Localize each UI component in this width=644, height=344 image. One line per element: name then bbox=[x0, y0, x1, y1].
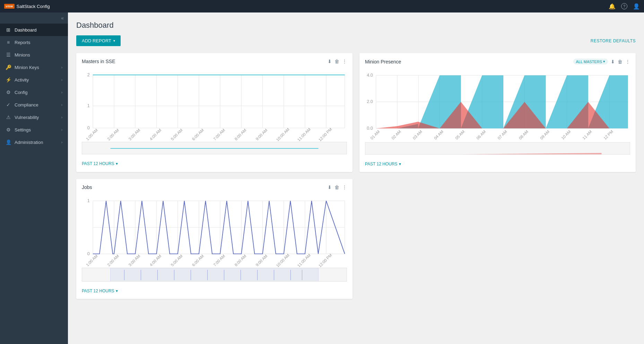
svg-text:2.0: 2.0 bbox=[367, 99, 373, 104]
add-report-button[interactable]: ADD REPORT ▾ bbox=[76, 35, 121, 46]
sidebar-item-settings[interactable]: ⚙ Settings › bbox=[0, 123, 68, 136]
minion-presence-time-filter[interactable]: PAST 12 HOURS ▾ bbox=[365, 162, 630, 166]
restore-defaults-button[interactable]: RESTORE DEFAULTS bbox=[591, 38, 636, 43]
svg-text:8:00 AM: 8:00 AM bbox=[234, 128, 247, 141]
sidebar-item-compliance[interactable]: ✓ Compliance › bbox=[0, 98, 68, 111]
minion-presence-navigator bbox=[365, 142, 630, 155]
minion-keys-icon: 🔑 bbox=[6, 64, 11, 70]
svg-text:01 AM: 01 AM bbox=[369, 129, 380, 140]
svg-text:05 AM: 05 AM bbox=[454, 129, 465, 140]
svg-text:1: 1 bbox=[87, 198, 90, 203]
svg-text:3:00 AM: 3:00 AM bbox=[128, 254, 141, 267]
dropdown-arrow-icon: ▾ bbox=[113, 39, 115, 43]
topnav-icons: 🔔 ? 👤 bbox=[609, 3, 640, 10]
svg-text:0.0: 0.0 bbox=[367, 126, 373, 131]
more-options-icon[interactable]: ⋮ bbox=[342, 184, 347, 190]
main-content: Dashboard ADD REPORT ▾ RESTORE DEFAULTS … bbox=[68, 12, 644, 344]
topnav: vmw SaltStack Config 🔔 ? 👤 bbox=[0, 0, 644, 12]
sidebar-item-activity[interactable]: ⚡ Activity › bbox=[0, 74, 68, 86]
chevron-right-icon: › bbox=[61, 103, 62, 107]
svg-text:06 AM: 06 AM bbox=[476, 129, 486, 140]
download-icon[interactable]: ⬇ bbox=[328, 59, 332, 64]
svg-text:11 AM: 11 AM bbox=[582, 129, 592, 140]
dashboard-icon: ⊞ bbox=[6, 27, 11, 33]
svg-text:2:00 AM: 2:00 AM bbox=[106, 254, 120, 267]
svg-text:10:00 AM: 10:00 AM bbox=[275, 127, 290, 142]
svg-text:9:00 AM: 9:00 AM bbox=[255, 128, 268, 141]
download-icon[interactable]: ⬇ bbox=[611, 59, 615, 64]
svg-text:09 AM: 09 AM bbox=[539, 129, 550, 140]
masters-sse-svg: 2 1 0 bbox=[82, 68, 347, 139]
sidebar-item-label: Compliance bbox=[15, 102, 38, 108]
help-icon[interactable]: ? bbox=[621, 3, 627, 9]
jobs-card: Jobs ⬇ 🗑 ⋮ 1 0 bbox=[76, 179, 353, 299]
sidebar-collapse-button[interactable]: « bbox=[0, 12, 68, 24]
notification-bell-icon[interactable]: 🔔 bbox=[609, 3, 616, 10]
chevron-right-icon: › bbox=[61, 128, 62, 132]
sidebar-item-administration[interactable]: 👤 Administration › bbox=[0, 136, 68, 148]
delete-icon[interactable]: 🗑 bbox=[334, 184, 339, 190]
svg-text:12:00 PM: 12:00 PM bbox=[318, 253, 333, 268]
sidebar-item-label: Minions bbox=[15, 52, 30, 58]
minion-presence-chart: 4.0 2.0 0.0 bbox=[365, 69, 630, 141]
jobs-navigator bbox=[82, 268, 347, 282]
minion-presence-svg: 4.0 2.0 0.0 bbox=[365, 69, 630, 139]
card-header: Masters in SSE ⬇ 🗑 ⋮ bbox=[82, 59, 347, 64]
svg-text:03 AM: 03 AM bbox=[412, 129, 423, 140]
masters-sse-navigator bbox=[82, 142, 347, 154]
delete-icon[interactable]: 🗑 bbox=[334, 59, 339, 64]
more-options-icon[interactable]: ⋮ bbox=[625, 59, 630, 64]
sidebar-item-label: Settings bbox=[15, 127, 31, 132]
activity-icon: ⚡ bbox=[6, 77, 11, 83]
delete-icon[interactable]: 🗑 bbox=[618, 59, 623, 64]
dropdown-chevron-icon: ▾ bbox=[399, 162, 401, 166]
sidebar-item-config[interactable]: ⚙ Config › bbox=[0, 86, 68, 98]
all-masters-badge[interactable]: ALL MASTERS ▾ bbox=[573, 59, 608, 64]
svg-text:11:00 AM: 11:00 AM bbox=[297, 127, 312, 142]
svg-text:12:00 PM: 12:00 PM bbox=[318, 127, 333, 142]
app-title: SaltStack Config bbox=[17, 4, 50, 9]
masters-sse-card: Masters in SSE ⬇ 🗑 ⋮ 2 1 0 bbox=[76, 53, 353, 172]
svg-text:04 AM: 04 AM bbox=[433, 129, 444, 140]
svg-text:7:00 AM: 7:00 AM bbox=[212, 128, 226, 141]
chevron-right-icon: › bbox=[61, 66, 62, 69]
app-layout: « ⊞ Dashboard ≡ Reports ☰ Minions 🔑 Mini… bbox=[0, 12, 644, 344]
card-actions: ⬇ 🗑 ⋮ bbox=[328, 59, 347, 64]
sidebar-item-vulnerability[interactable]: ⚠ Vulnerability › bbox=[0, 111, 68, 123]
download-icon[interactable]: ⬇ bbox=[328, 184, 332, 190]
minion-presence-title: Minion Presence bbox=[365, 59, 571, 64]
sidebar-item-reports[interactable]: ≡ Reports bbox=[0, 36, 68, 49]
jobs-time-filter[interactable]: PAST 12 HOURS ▾ bbox=[82, 289, 347, 293]
settings-icon: ⚙ bbox=[6, 127, 11, 132]
jobs-chart: 1 0 bbox=[82, 194, 347, 266]
sidebar-item-dashboard[interactable]: ⊞ Dashboard bbox=[0, 24, 68, 36]
masters-sse-time-filter[interactable]: PAST 12 HOURS ▾ bbox=[82, 161, 347, 166]
svg-text:4:00 AM: 4:00 AM bbox=[149, 254, 162, 267]
svg-text:6:00 AM: 6:00 AM bbox=[191, 254, 204, 267]
badge-chevron-icon: ▾ bbox=[603, 59, 605, 64]
chart-footer: PAST 12 HOURS ▾ bbox=[365, 159, 630, 166]
compliance-icon: ✓ bbox=[6, 102, 11, 108]
sidebar-item-minion-keys[interactable]: 🔑 Minion Keys › bbox=[0, 61, 68, 74]
sidebar-item-label: Config bbox=[15, 90, 28, 95]
chart-footer: PAST 12 HOURS ▾ bbox=[82, 286, 347, 293]
svg-text:10:00 AM: 10:00 AM bbox=[275, 253, 290, 268]
card-actions: ⬇ 🗑 ⋮ bbox=[611, 59, 630, 64]
chevron-right-icon: › bbox=[61, 78, 62, 82]
more-options-icon[interactable]: ⋮ bbox=[342, 59, 347, 64]
card-actions: ⬇ 🗑 ⋮ bbox=[328, 184, 347, 190]
sidebar-item-minions[interactable]: ☰ Minions bbox=[0, 49, 68, 61]
svg-text:9:00 AM: 9:00 AM bbox=[255, 254, 268, 267]
toolbar: ADD REPORT ▾ RESTORE DEFAULTS bbox=[76, 35, 636, 46]
svg-text:7:00 AM: 7:00 AM bbox=[212, 254, 226, 267]
svg-text:07 AM: 07 AM bbox=[497, 129, 508, 140]
jobs-title: Jobs bbox=[82, 184, 325, 190]
svg-text:08 AM: 08 AM bbox=[518, 129, 529, 140]
svg-text:0: 0 bbox=[87, 251, 90, 256]
administration-icon: 👤 bbox=[6, 139, 11, 145]
chevron-right-icon: › bbox=[61, 140, 62, 144]
user-profile-icon[interactable]: 👤 bbox=[633, 3, 640, 10]
svg-text:10 AM: 10 AM bbox=[560, 129, 571, 140]
svg-text:3:00 AM: 3:00 AM bbox=[128, 128, 141, 141]
svg-text:0: 0 bbox=[87, 125, 90, 130]
